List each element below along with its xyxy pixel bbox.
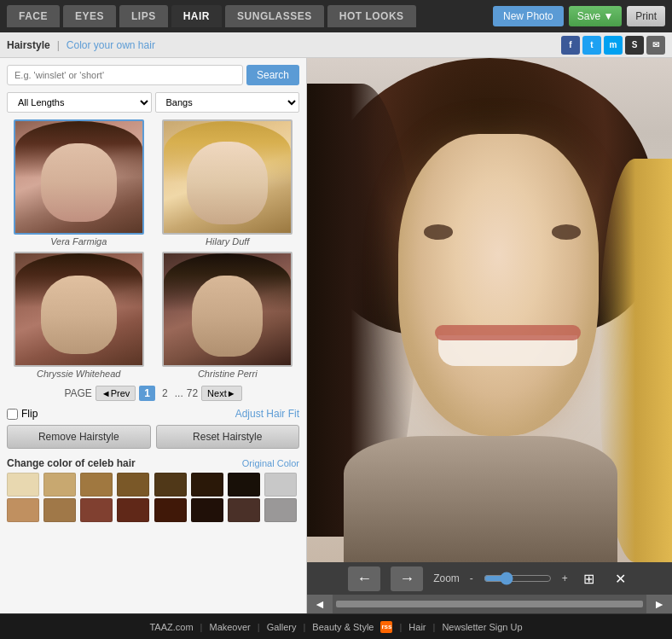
remove-hairstyle-button[interactable]: Remove Hairstyle xyxy=(7,425,151,449)
celeb-item-hilary[interactable]: Hilary Duff xyxy=(156,119,300,247)
celeb-img-hilary xyxy=(162,119,293,235)
page-ellipsis: ... xyxy=(175,387,183,399)
color-swatch-8[interactable] xyxy=(7,498,39,522)
color-swatch-10[interactable] xyxy=(80,498,113,522)
twitter-icon[interactable]: t xyxy=(582,36,601,55)
print-button[interactable]: Print xyxy=(627,6,665,26)
header-actions: New Photo Save ▼ Print xyxy=(493,6,665,26)
facebook-icon[interactable]: f xyxy=(561,36,580,55)
zoom-plus: + xyxy=(562,572,568,584)
celeb-grid: Vera Farmiga Hilary Duff xyxy=(7,119,299,379)
footer-newsletter[interactable]: Newsletter Sign Up xyxy=(442,622,522,632)
color-swatch-14[interactable] xyxy=(228,498,260,522)
color-swatch-11[interactable] xyxy=(117,498,149,522)
subnav-separator: | xyxy=(57,39,60,51)
color-swatch-7[interactable] xyxy=(264,473,297,497)
zoom-slider[interactable] xyxy=(484,572,552,585)
celeb-item-chryssie[interactable]: Chryssie Whitehead xyxy=(7,252,151,379)
celeb-img-vera xyxy=(14,119,144,235)
color-swatch-1[interactable] xyxy=(43,473,76,497)
photo-nav-bar: ◄ ► xyxy=(307,595,672,613)
left-panel: Search All Lengths Short Medium Long Ban… xyxy=(0,58,307,613)
current-page[interactable]: 1 xyxy=(139,386,155,401)
new-photo-button[interactable]: New Photo xyxy=(493,6,564,26)
footer-hair[interactable]: Hair xyxy=(408,622,426,632)
close-icon[interactable]: ✕ xyxy=(610,567,631,590)
footer-brand[interactable]: TAAZ.com xyxy=(149,622,193,632)
celeb-item-vera[interactable]: Vera Farmiga xyxy=(7,119,151,247)
footer-sep-2: | xyxy=(258,622,260,632)
search-button[interactable]: Search xyxy=(246,65,299,85)
adjust-hair-fit-link[interactable]: Adjust Hair Fit xyxy=(235,408,299,420)
photo-area xyxy=(307,58,672,562)
right-panel: ← → Zoom - + ⊞ ✕ ◄ ► xyxy=(307,58,672,613)
zoom-label: Zoom xyxy=(433,572,460,584)
photo-nav-scrollbar[interactable] xyxy=(336,601,643,607)
prev-page-button[interactable]: ◄Prev xyxy=(96,386,136,401)
footer-sep-3: | xyxy=(303,622,305,632)
footer-sep-4: | xyxy=(399,622,402,632)
myspace-icon[interactable]: m xyxy=(604,36,623,55)
color-swatch-9[interactable] xyxy=(43,498,76,522)
action-buttons: Remove Hairstyle Reset Hairstyle xyxy=(7,425,299,449)
tab-sunglasses[interactable]: SUNGLASSES xyxy=(225,5,324,27)
color-label: Change color of celeb hair xyxy=(7,457,136,469)
bangs-filter[interactable]: Bangs No Bangs Side Bangs xyxy=(155,92,300,113)
color-swatch-15[interactable] xyxy=(264,498,297,522)
footer-makeover[interactable]: Makeover xyxy=(209,622,250,632)
top-nav: FACE EYES LIPS HAIR SUNGLASSES HOT LOOKS… xyxy=(0,0,672,32)
pan-right-button[interactable]: → xyxy=(391,566,423,591)
pan-left-button[interactable]: ← xyxy=(348,566,380,591)
color-swatch-6[interactable] xyxy=(228,473,260,497)
footer: TAAZ.com | Makeover | Gallery | Beauty &… xyxy=(0,613,672,639)
main-photo xyxy=(307,58,672,562)
flip-text: Flip xyxy=(21,408,38,420)
color-own-hair-link[interactable]: Color your own hair xyxy=(67,39,155,51)
celeb-item-christine[interactable]: Christine Perri xyxy=(156,252,300,379)
photo-controls: ← → Zoom - + ⊞ ✕ xyxy=(307,562,672,595)
photo-prev-arrow[interactable]: ◄ xyxy=(307,595,333,613)
length-filter[interactable]: All Lengths Short Medium Long xyxy=(7,92,152,113)
stumbleupon-icon[interactable]: S xyxy=(625,36,644,55)
celeb-name-christine: Christine Perri xyxy=(198,369,258,379)
controls-row: Flip Adjust Hair Fit xyxy=(7,408,299,420)
reset-hairstyle-button[interactable]: Reset Hairstyle xyxy=(156,425,300,449)
footer-sep-5: | xyxy=(433,622,436,632)
total-pages: 72 xyxy=(187,387,198,399)
celeb-img-christine xyxy=(162,252,293,367)
flip-checkbox[interactable] xyxy=(7,409,18,420)
next-page-num[interactable]: 2 xyxy=(159,386,171,401)
next-page-button[interactable]: Next► xyxy=(201,386,242,401)
footer-beauty-style[interactable]: Beauty & Style xyxy=(312,622,374,632)
search-input[interactable] xyxy=(7,65,243,85)
hairstyle-link[interactable]: Hairstyle xyxy=(7,39,50,51)
filter-row: All Lengths Short Medium Long Bangs No B… xyxy=(7,92,299,113)
page-label: PAGE xyxy=(64,387,91,399)
celeb-img-chryssie xyxy=(14,252,144,367)
crop-icon[interactable]: ⊞ xyxy=(578,567,600,590)
color-swatch-5[interactable] xyxy=(191,473,223,497)
email-icon[interactable]: ✉ xyxy=(646,36,665,55)
tab-hot-looks[interactable]: HOT LOOKS xyxy=(327,5,416,27)
flip-label[interactable]: Flip xyxy=(7,408,38,420)
color-section-header: Change color of celeb hair Original Colo… xyxy=(7,457,299,469)
color-swatch-4[interactable] xyxy=(154,473,187,497)
color-swatch-3[interactable] xyxy=(117,473,149,497)
tab-lips[interactable]: LIPS xyxy=(119,5,168,27)
tab-face[interactable]: FACE xyxy=(7,5,60,27)
rss-icon[interactable]: rss xyxy=(380,621,392,633)
footer-gallery[interactable]: Gallery xyxy=(267,622,297,632)
celeb-name-chryssie: Chryssie Whitehead xyxy=(37,369,120,379)
social-icons: f t m S ✉ xyxy=(561,36,665,55)
zoom-minus: - xyxy=(470,572,473,584)
original-color-link[interactable]: Original Color xyxy=(242,458,299,468)
tab-eyes[interactable]: EYES xyxy=(63,5,116,27)
photo-next-arrow[interactable]: ► xyxy=(646,595,672,613)
tab-hair[interactable]: HAIR xyxy=(171,5,222,27)
footer-sep-1: | xyxy=(200,622,203,632)
color-swatch-2[interactable] xyxy=(80,473,113,497)
color-swatch-0[interactable] xyxy=(7,473,39,497)
color-swatch-13[interactable] xyxy=(191,498,223,522)
save-button[interactable]: Save ▼ xyxy=(569,6,623,26)
color-swatch-12[interactable] xyxy=(154,498,187,522)
